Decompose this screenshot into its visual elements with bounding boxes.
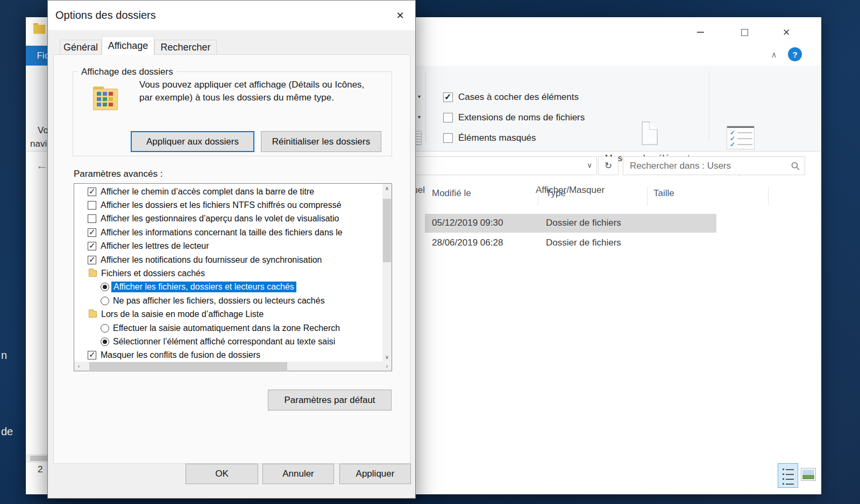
thumbnail-view-button[interactable] [801, 468, 816, 481]
status-item-count: 2 [38, 464, 42, 475]
reset-folders-button[interactable]: Réinitialiser les dossiers [261, 131, 381, 152]
item-checkboxes-toggle[interactable]: Cases à cocher des éléments [443, 92, 579, 103]
search-field[interactable] [623, 156, 805, 175]
list-item[interactable]: Afficher les dossiers et les fichiers NT… [74, 198, 382, 212]
list-item[interactable]: Sélectionner l’élément affiché correspon… [74, 335, 382, 348]
list-item[interactable]: Afficher les notifications du fournisseu… [74, 253, 382, 267]
checkbox-checked-icon[interactable] [88, 242, 96, 250]
minimize-icon [697, 32, 704, 33]
list-item-label: Afficher le chemin d’accès complet dans … [101, 187, 314, 197]
checkbox-unchecked-icon [443, 113, 453, 123]
help-button[interactable]: ? [788, 47, 802, 61]
item-checkboxes-label: Cases à cocher des éléments [458, 92, 579, 103]
scroll-up-button[interactable]: ∧ [382, 184, 392, 193]
row-type: Dossier de fichiers [546, 218, 621, 228]
column-divider[interactable] [647, 186, 648, 206]
chevron-down-icon[interactable]: ∨ [587, 161, 592, 169]
restore-defaults-button[interactable]: Paramètres par défaut [268, 390, 392, 411]
radio-selected-icon[interactable] [101, 283, 109, 291]
address-bar[interactable]: ∨ [408, 156, 597, 175]
list-item-label: Afficher les notifications du fournisseu… [101, 255, 322, 265]
list-item[interactable]: Effectuer la saisie automatiquement dans… [74, 321, 382, 335]
tab-search[interactable]: Rechercher [154, 40, 217, 55]
details-view-button[interactable] [778, 463, 798, 488]
scroll-down-button[interactable]: ∨ [382, 352, 392, 362]
list-item-label: Sélectionner l’élément affiché correspon… [113, 337, 335, 347]
column-header-modified[interactable]: Modifié le [432, 188, 471, 199]
chevron-left-icon: ‹ [78, 363, 80, 369]
column-divider[interactable] [538, 186, 538, 206]
column-header-size[interactable]: Taille [653, 188, 674, 199]
hide-selected-icon [642, 121, 658, 145]
list-group-label: Fichiers et dossiers cachés [101, 269, 205, 278]
file-row[interactable]: 28/06/2019 06:28 Dossier de fichiers [425, 234, 716, 253]
ribbon-group-show-hide: Afficher/Masquer [489, 185, 651, 196]
ribbon-separator [425, 71, 426, 142]
list-item[interactable]: Afficher les informations concernant la … [74, 226, 382, 239]
folder-views-legend: Affichage des dossiers [78, 67, 176, 77]
checkbox-unchecked-icon[interactable] [88, 214, 96, 223]
close-window-button[interactable]: ✕ [774, 25, 798, 40]
ok-button[interactable]: OK [186, 464, 258, 484]
dialog-close-button[interactable]: ✕ [390, 7, 410, 24]
close-icon: ✕ [783, 27, 790, 38]
search-input[interactable] [630, 157, 786, 174]
file-extensions-label: Extensions de noms de fichiers [458, 112, 585, 123]
chevron-up-icon: ∧ [771, 50, 777, 60]
advanced-settings-list[interactable]: Afficher le chemin d’accès complet dans … [74, 183, 392, 371]
list-item-label: Afficher les fichiers, dossiers et lecte… [111, 282, 296, 292]
folder-icon [89, 311, 97, 318]
checkbox-checked-icon[interactable] [88, 351, 96, 359]
minimize-button[interactable] [688, 25, 712, 40]
column-header-type[interactable]: Type [546, 188, 566, 199]
file-row-selected[interactable]: 05/12/2019 09:30 Dossier de fichiers [425, 214, 716, 233]
hidden-items-toggle[interactable]: Éléments masqués [443, 133, 536, 143]
scroll-right-button[interactable]: › [382, 362, 392, 371]
apply-to-folders-button[interactable]: Appliquer aux dossiers [131, 131, 254, 152]
list-item[interactable]: Afficher les gestionnaires d’aperçu dans… [74, 212, 382, 226]
chevron-down-icon: ∨ [385, 354, 389, 360]
collapse-ribbon-button[interactable]: ∧ [767, 48, 781, 61]
horizontal-scrollbar[interactable]: ‹ › [74, 362, 392, 371]
explorer-folder-icon [33, 25, 45, 34]
radio-unselected-icon[interactable] [101, 324, 109, 333]
radio-unselected-icon[interactable] [101, 297, 109, 305]
close-icon: ✕ [396, 10, 404, 21]
row-modified-date: 05/12/2019 09:30 [432, 218, 503, 228]
list-item[interactable]: Afficher les lettres de lecteur [74, 240, 382, 253]
list-item[interactable]: Masquer les conflits de fusion de dossie… [74, 349, 382, 362]
radio-selected-icon[interactable] [101, 337, 109, 346]
list-item[interactable]: Afficher le chemin d’accès complet dans … [74, 185, 382, 198]
checkbox-checked-icon[interactable] [88, 228, 96, 237]
apply-button[interactable]: Appliquer [339, 464, 411, 484]
checkbox-unchecked-icon[interactable] [88, 201, 96, 210]
list-group-label: Lors de la saisie en mode d’affichage Li… [101, 309, 264, 319]
row-modified-date: 28/06/2019 06:28 [432, 237, 503, 248]
tab-view[interactable]: Affichage [102, 36, 154, 55]
list-item-selected[interactable]: Afficher les fichiers, dossiers et lecte… [74, 280, 382, 294]
scrollbar-thumb[interactable] [383, 199, 391, 262]
list-item-label: Afficher les dossiers et les fichiers NT… [101, 200, 342, 210]
checkbox-checked-icon[interactable] [88, 188, 96, 196]
scroll-left-button[interactable]: ‹ [74, 362, 83, 371]
maximize-button[interactable] [733, 25, 756, 40]
checkbox-checked-icon[interactable] [88, 256, 96, 264]
row-type: Dossier de fichiers [546, 237, 621, 248]
list-item[interactable]: Ne pas afficher les fichiers, dossiers o… [74, 294, 382, 307]
cancel-button[interactable]: Annuler [262, 464, 334, 484]
dialog-title: Options des dossiers [55, 9, 156, 21]
maximize-icon [741, 29, 748, 36]
refresh-button[interactable]: ↻ [598, 156, 619, 175]
scrollbar-thumb[interactable] [89, 362, 287, 370]
file-extensions-toggle[interactable]: Extensions de noms de fichiers [443, 112, 585, 123]
tab-general[interactable]: Général [60, 40, 102, 55]
options-checklist-icon: ✓ ✓ ✓ [727, 126, 755, 149]
folder-options-dialog: Options des dossiers ✕ Général Affichage… [47, 0, 416, 499]
search-icon[interactable] [791, 161, 800, 171]
vertical-scrollbar[interactable]: ∧ ∨ [382, 184, 392, 362]
hidden-items-label: Éléments masqués [458, 133, 536, 143]
list-item-label: Effectuer la saisie automatiquement dans… [113, 323, 340, 333]
column-divider[interactable] [768, 186, 769, 206]
folder-view-description-line1: Vous pouvez appliquer cet affichage (Dét… [139, 80, 364, 90]
ribbon-separator [709, 71, 709, 142]
